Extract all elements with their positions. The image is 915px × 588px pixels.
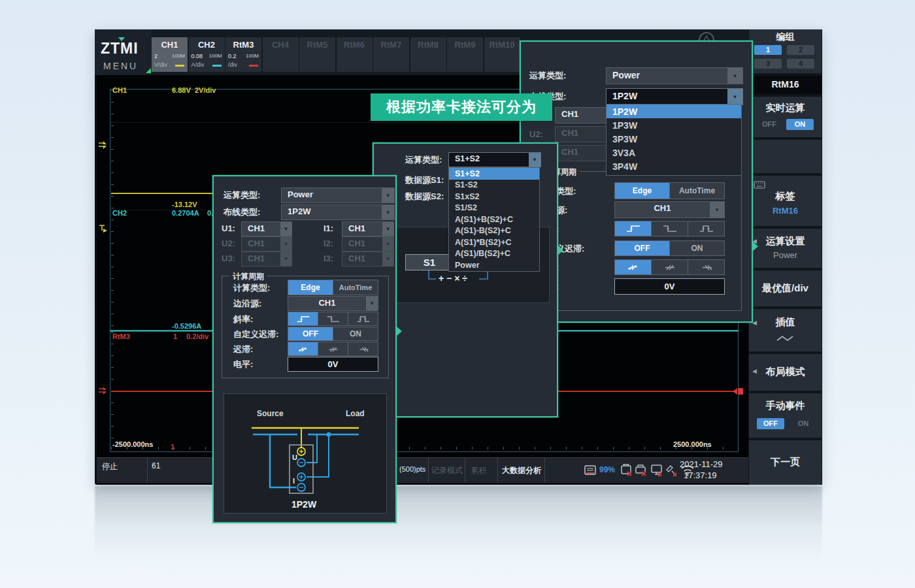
edge-source-combo[interactable]: CH1 ▼	[288, 296, 378, 311]
hysteresis-small-button[interactable]	[288, 342, 318, 355]
logo-block: ZTMI MENU	[95, 29, 152, 75]
sidebar-section-realtime[interactable]: 实时运算 OFF ON	[749, 97, 822, 137]
dropdown-option[interactable]: 1P2W	[607, 105, 741, 118]
tab-ch1[interactable]: CH1 2 100M V/div	[152, 37, 188, 72]
math-type-combo[interactable]: S1+S2 ▼	[448, 152, 541, 167]
calc-type-segment: Edge AutoTime	[288, 280, 378, 295]
hysteresis-large-button[interactable]	[348, 342, 378, 355]
tab-ch4[interactable]: CH4	[263, 37, 299, 72]
chevron-down-icon: ▼	[727, 89, 742, 105]
manual-event-on[interactable]: ON	[792, 418, 814, 429]
slope-rise-button[interactable]	[288, 312, 318, 325]
wiring-type-combo[interactable]: 1P2W ▼	[606, 88, 743, 105]
circuit-diagram: Source Load U I 1P2W	[224, 394, 386, 513]
sidebar-channel-bar: RtM16	[749, 76, 822, 94]
realtime-off[interactable]: OFF	[758, 119, 780, 130]
ch1-scale: 2V/div	[195, 86, 216, 94]
autotime-button[interactable]: AutoTime	[669, 183, 724, 199]
manual-event-off[interactable]: OFF	[757, 418, 784, 429]
dropdown-option[interactable]: A(S1)-B(S2)+C	[449, 225, 539, 237]
dropdown-option[interactable]: S1xS2	[449, 191, 539, 203]
slope-both-button[interactable]	[348, 312, 378, 325]
ch2-level: -0.5296A	[172, 322, 201, 330]
edge-button[interactable]: Edge	[615, 183, 669, 199]
dropdown-option[interactable]: Power	[449, 259, 539, 271]
sidebar-section-manual-event[interactable]: 手动事件 OFF ON	[749, 393, 822, 438]
u1-combo[interactable]: CH1 ▼	[241, 221, 292, 237]
math-dropdown-list: S1+S2 S1-S2 S1xS2 S1/S2 A(S1)+B(S2)+C A(…	[448, 167, 540, 272]
rtm3-trigger-icon[interactable]	[97, 386, 108, 395]
group-button-1[interactable]: 1	[754, 45, 782, 55]
tab-rtm5[interactable]: RtM5	[299, 37, 335, 72]
dropdown-option[interactable]: 3P3W	[607, 132, 741, 146]
sidebar-section-next-page[interactable]: 下一页	[749, 440, 822, 485]
tab-rtm6[interactable]: RtM6	[337, 37, 373, 72]
wiring-type-combo[interactable]: 1P2W ▼	[281, 204, 395, 220]
ch2-label: CH2	[112, 209, 127, 217]
edge-button[interactable]: Edge	[288, 280, 333, 295]
u2-combo: CH1 ▼	[241, 237, 292, 252]
level-field[interactable]: 0V	[288, 357, 378, 372]
slope-fall-button[interactable]	[318, 312, 348, 325]
slope-both-button[interactable]	[688, 221, 724, 236]
sidebar-section-layout-mode[interactable]: ◀ 布局模式	[749, 354, 822, 391]
dropdown-option[interactable]: S1/S2	[449, 203, 539, 214]
record-mode-label: 记录模式	[431, 465, 463, 476]
chevron-down-icon: ▼	[382, 252, 393, 266]
device-reflection	[95, 486, 822, 578]
tab-rtm7[interactable]: RtM7	[373, 37, 409, 72]
tab-ch2[interactable]: CH2 0.08 100M A/div	[189, 37, 225, 72]
tab-rtm10[interactable]: RtM10	[484, 37, 520, 72]
rtm3-label: RtM3	[112, 333, 130, 340]
hysteresis-medium-button[interactable]	[318, 342, 348, 355]
hysteresis-small-button[interactable]	[615, 260, 651, 274]
ch1-trigger-icon[interactable]	[97, 140, 108, 150]
sidebar-section-interpolation[interactable]: ◀ 插值	[749, 309, 822, 351]
hysteresis-on-button[interactable]: ON	[333, 327, 378, 340]
dropdown-option[interactable]: A(S1)*B(S2)+C	[449, 237, 539, 248]
realtime-on[interactable]: ON	[786, 119, 814, 130]
level-field[interactable]: 0V	[614, 278, 725, 295]
tab-rtm3[interactable]: RtM3 0.2 100M /div	[225, 37, 261, 72]
edge-source-combo[interactable]: CH1 ▼	[614, 201, 725, 218]
chevron-down-icon: ▼	[382, 222, 393, 236]
sidebar-section-calc-settings[interactable]: ◀ 运算设置 Power	[749, 229, 822, 268]
ch1-readout: 6.88V	[172, 86, 191, 94]
hysteresis-medium-button[interactable]	[651, 260, 688, 274]
i1-combo[interactable]: CH1 ▼	[342, 221, 394, 237]
dropdown-option[interactable]: A(S1)+B(S2)+C	[449, 214, 539, 225]
hysteresis-on-button[interactable]: ON	[669, 241, 724, 255]
group-button-4[interactable]: 4	[787, 59, 814, 69]
group-button-3[interactable]: 3	[754, 59, 782, 69]
slope-segment	[614, 221, 725, 237]
sidebar-section-label[interactable]: 标签 RtM16	[749, 176, 822, 226]
sidebar-section-best-div[interactable]: 最优值/div	[749, 270, 822, 306]
dropdown-option[interactable]: 3V3A	[607, 146, 741, 159]
slope-rise-button[interactable]	[615, 221, 651, 236]
hysteresis-off-button[interactable]: OFF	[288, 327, 333, 340]
svg-text:I: I	[293, 477, 295, 485]
calc-type-combo[interactable]: Power ▼	[606, 67, 743, 84]
i2-combo: CH1 ▼	[342, 237, 394, 252]
menu-button[interactable]: MENU	[103, 61, 138, 71]
dropdown-option[interactable]: A(S1)/B(S2)+C	[449, 248, 539, 260]
tab-rtm9[interactable]: RtM9	[447, 37, 483, 72]
accumulate-label: 累积	[471, 465, 486, 476]
trigger-level-icon[interactable]	[98, 224, 108, 233]
callout-pointer	[558, 246, 563, 255]
group-button-2[interactable]: 2	[787, 45, 814, 55]
dropdown-option[interactable]: 3P4W	[607, 159, 741, 173]
dropdown-option[interactable]: 1P3W	[607, 118, 741, 132]
slope-fall-button[interactable]	[651, 221, 688, 236]
hysteresis-large-button[interactable]	[688, 260, 724, 274]
dropdown-option[interactable]: S1+S2	[449, 168, 539, 180]
dropdown-option[interactable]: S1-S2	[449, 180, 539, 191]
u3-combo: CH1 ▼	[241, 252, 292, 267]
hysteresis-off-button[interactable]: OFF	[615, 241, 669, 255]
keyboard-icon	[754, 181, 765, 189]
chevron-down-icon: ▼	[529, 153, 541, 167]
rtm3-trace	[556, 391, 737, 392]
calc-type-combo[interactable]: Power ▼	[281, 188, 395, 203]
tab-rtm8[interactable]: RtM8	[410, 37, 446, 72]
autotime-button[interactable]: AutoTime	[333, 280, 378, 295]
